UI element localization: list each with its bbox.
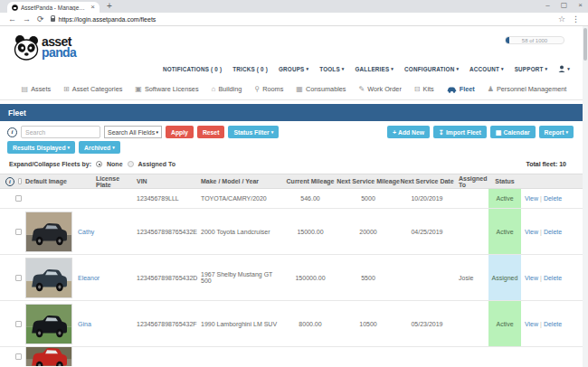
vehicle-photo[interactable] [25, 212, 72, 252]
radio-none[interactable] [96, 161, 102, 167]
building-icon: ⌂ [212, 86, 216, 93]
window-controls: – ▢ × [545, 1, 583, 9]
module-consumables[interactable]: ▦Consumables [296, 85, 346, 93]
add-new-button[interactable]: +Add New [387, 126, 430, 138]
delete-link[interactable]: Delete [544, 321, 562, 327]
view-link[interactable]: View [525, 275, 538, 281]
license-plate-link[interactable]: Cathy [78, 229, 94, 235]
view-link[interactable]: View [525, 321, 538, 327]
personnel-icon: ♟ [488, 86, 494, 93]
url-bar: ← → ⟳ https://login.assetpanda.com/fleet… [0, 13, 588, 26]
module-asset-categories[interactable]: ⊞Asset Categories [63, 85, 122, 93]
module-navigation: ▤Assets ⊞Asset Categories ▣Software Lice… [0, 79, 588, 100]
user-icon [558, 65, 565, 72]
module-software-licenses[interactable]: ▣Software Licenses [135, 85, 198, 93]
nav-tricks[interactable]: TRICKS ( 0 ) [232, 66, 268, 72]
fleet-table: i Default Image License Plate VIN Make /… [0, 174, 583, 366]
archived-button[interactable]: Archived▾ [79, 141, 120, 154]
status-badge: Assigned [488, 255, 521, 300]
col-status: Status [488, 178, 521, 184]
vehicle-photo[interactable] [25, 304, 72, 344]
address-field[interactable]: https://login.assetpanda.com/fleets [51, 16, 552, 23]
delete-link[interactable]: Delete [544, 275, 562, 281]
module-building[interactable]: ⌂Building [212, 85, 242, 93]
browser-tab[interactable]: AssetPanda - Management Syst × [7, 2, 100, 13]
bookmark-star-icon[interactable]: ☆ [558, 15, 565, 24]
browser-menu-icon[interactable]: ⋮ [572, 15, 580, 24]
user-menu[interactable]: ▾ [558, 65, 570, 72]
info-icon[interactable]: i [5, 177, 14, 186]
apply-button[interactable]: Apply [166, 126, 194, 138]
view-link[interactable]: View [525, 229, 538, 235]
rooms-pin-icon: ⚲ [254, 86, 260, 93]
consumables-icon: ▦ [296, 86, 303, 93]
reset-button[interactable]: Reset [197, 126, 225, 138]
nav-support[interactable]: SUPPORT▾ [515, 66, 548, 72]
minimize-button[interactable]: – [545, 1, 549, 9]
col-current-mileage: Current Mileage [284, 178, 337, 184]
module-fleet[interactable]: Fleet [447, 85, 475, 93]
radio-none-label[interactable]: None [107, 161, 123, 167]
new-tab-button[interactable]: + [107, 2, 112, 11]
scrollbar-thumb[interactable] [583, 28, 587, 61]
total-fleet-count: Total fleet: 10 [526, 161, 566, 167]
module-assets[interactable]: ▤Assets [22, 85, 51, 93]
module-rooms[interactable]: ⚲Rooms [254, 85, 283, 93]
vehicle-photo[interactable] [25, 347, 72, 366]
table-row: 123456789LLL TOYOTA/CAMRY/2020 546.00 50… [0, 189, 583, 209]
nav-tools[interactable]: TOOLS▾ [319, 66, 344, 72]
nav-groups[interactable]: GROUPS▾ [279, 66, 308, 72]
page-scrollbar[interactable] [583, 26, 588, 367]
tab-close-icon[interactable]: × [90, 4, 95, 11]
row-checkbox[interactable] [15, 353, 22, 360]
refresh-icon[interactable]: ⟳ [37, 15, 44, 24]
col-next-service-date: Next Service Date [400, 178, 454, 184]
search-field-select[interactable]: Search All Fields ▾ [104, 126, 162, 138]
back-icon[interactable]: ← [8, 15, 16, 24]
nav-configuration[interactable]: CONFIGURATION▾ [404, 66, 459, 72]
row-checkbox[interactable] [15, 321, 22, 327]
chevron-down-icon: ▾ [391, 66, 394, 71]
assetpanda-logo[interactable]: asset panda [13, 33, 575, 61]
tab-strip: AssetPanda - Management Syst × + – ▢ × [0, 0, 588, 13]
usage-text: 58 of 1000 [522, 38, 547, 43]
info-icon[interactable]: i [7, 127, 17, 137]
chevron-down-icon: ▾ [112, 145, 115, 150]
row-checkbox[interactable] [15, 275, 22, 281]
status-badge: Active [488, 209, 521, 254]
select-all-checkbox[interactable] [18, 178, 22, 184]
expand-collapse-row: Expand/Collapse Fleets by: None Assigned… [0, 161, 588, 167]
nav-notifications[interactable]: NOTIFICATIONS ( 0 ) [163, 66, 222, 72]
module-kits[interactable]: ⊟Kits [414, 85, 434, 93]
tab-title: AssetPanda - Management Syst [21, 5, 88, 11]
radio-assigned-label[interactable]: Assigned To [138, 161, 175, 167]
report-button[interactable]: Report▾ [539, 126, 574, 138]
nav-galleries[interactable]: GALLERIES▾ [356, 66, 394, 72]
plus-icon: + [393, 129, 396, 136]
module-personnel-management[interactable]: ♟Personnel Management [488, 85, 567, 93]
chevron-down-icon: ▾ [68, 145, 71, 150]
calendar-button[interactable]: ▦Calendar [490, 126, 536, 138]
table-row: Gina 1234567898765432F 1990 Lamborghini … [0, 301, 583, 347]
row-checkbox[interactable] [15, 195, 22, 202]
radio-assigned-to[interactable] [128, 161, 134, 167]
license-plate-link[interactable]: Eleanor [78, 275, 100, 281]
close-button[interactable]: × [578, 1, 583, 9]
forward-icon[interactable]: → [23, 15, 31, 24]
license-plate-link[interactable]: Gina [78, 321, 91, 327]
top-navigation: NOTIFICATIONS ( 0 ) TRICKS ( 0 ) GROUPS▾… [163, 65, 570, 72]
status-filter-button[interactable]: Status Filter▾ [228, 126, 279, 138]
import-fleet-button[interactable]: ↧Import Fleet [433, 126, 487, 138]
table-row: Eleanor 1234567898765432D 1967 Shelby Mu… [0, 255, 583, 301]
nav-account[interactable]: ACCOUNT▾ [469, 66, 504, 72]
view-link[interactable]: View [525, 195, 538, 202]
maximize-button[interactable]: ▢ [561, 1, 568, 9]
results-displayed-button[interactable]: Results Displayed▾ [7, 141, 75, 154]
delete-link[interactable]: Delete [544, 195, 562, 202]
search-input[interactable] [21, 126, 100, 138]
chevron-down-icon: ▾ [565, 129, 568, 135]
row-checkbox[interactable] [15, 229, 22, 235]
module-work-order[interactable]: ✎Work Order [359, 85, 402, 93]
delete-link[interactable]: Delete [544, 229, 562, 235]
vehicle-photo[interactable] [25, 258, 72, 298]
